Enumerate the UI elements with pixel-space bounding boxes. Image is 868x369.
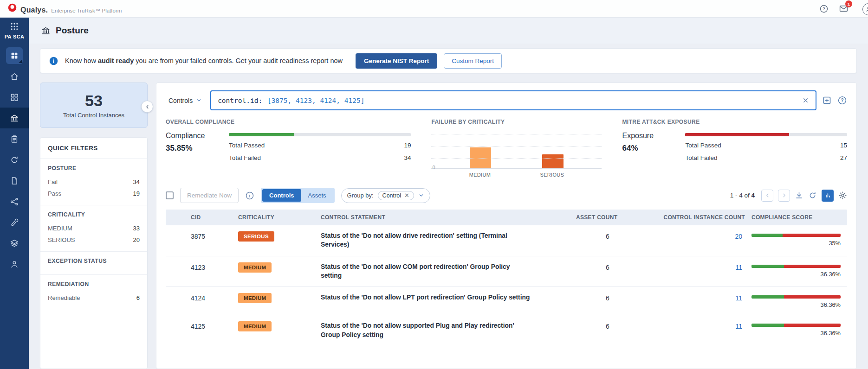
sidebar-item-policies[interactable] xyxy=(0,128,29,149)
settings-gear-icon[interactable] xyxy=(838,191,847,200)
group-by-value: Control xyxy=(382,192,401,199)
pagination-text: 1 - 4 of 4 xyxy=(730,192,755,199)
filter-item-pass[interactable]: Pass 19 xyxy=(48,188,140,199)
prev-page-button[interactable] xyxy=(761,190,773,202)
sidebar-item-home[interactable] xyxy=(0,66,29,87)
compliance-score-value: 36.36% xyxy=(751,330,841,337)
qualys-logo[interactable]: Qualys. Enterprise TruRisk™ Platform xyxy=(7,3,122,14)
select-all-checkbox[interactable] xyxy=(166,191,174,199)
axis-zero-label: 0 xyxy=(432,165,435,170)
filter-item-fail[interactable]: Fail 34 xyxy=(48,176,140,188)
sidebar-item-dashboard[interactable] xyxy=(0,87,29,108)
toggle-controls[interactable]: Controls xyxy=(262,189,301,202)
filter-section-title: EXCEPTION STATUS xyxy=(48,258,140,264)
notifications-mail-icon[interactable]: 1 xyxy=(839,4,849,13)
sidebar: PA SCA xyxy=(0,18,29,369)
sidebar-item-assets[interactable] xyxy=(0,233,29,254)
remediate-info-icon[interactable] xyxy=(245,191,254,200)
group-by-label: Group by: xyxy=(347,192,374,199)
criticality-badge: MEDIUM xyxy=(238,262,272,273)
sidebar-item-users[interactable] xyxy=(0,254,29,274)
remediate-now-button[interactable]: Remediate Now xyxy=(180,188,239,203)
failure-by-criticality-stat: FAILURE BY CRITICALITY 0 xyxy=(431,119,602,178)
brand-platform-label: Enterprise TruRisk™ Platform xyxy=(51,8,122,13)
mitre-passed-label: Total Passed xyxy=(685,142,721,149)
medium-bar-label: MEDIUM xyxy=(469,172,491,178)
table-row[interactable]: 4123 MEDIUM Status of the 'Do not allow … xyxy=(166,256,847,287)
col-compliance-score[interactable]: COMPLIANCE SCORE xyxy=(751,214,847,221)
svg-text:?: ? xyxy=(841,98,843,103)
notification-badge: 1 xyxy=(845,0,852,7)
collapse-panel-button[interactable] xyxy=(141,101,153,113)
sidebar-item-connections[interactable] xyxy=(0,191,29,212)
col-control-instance-count[interactable]: CONTROL INSTANCE COUNT xyxy=(646,214,751,221)
serious-bar[interactable] xyxy=(542,154,564,168)
filter-item-remediable[interactable]: Remediable 6 xyxy=(48,292,140,304)
custom-report-button[interactable]: Custom Report xyxy=(444,53,502,69)
compliance-label: Compliance xyxy=(166,132,216,140)
compliance-score-value: 36.36% xyxy=(751,271,841,278)
col-asset-count[interactable]: ASSET COUNT xyxy=(576,214,646,221)
filter-item-serious[interactable]: SERIOUS 20 xyxy=(48,234,140,246)
add-query-icon[interactable] xyxy=(822,95,832,105)
instance-count-link[interactable]: 11 xyxy=(646,321,751,330)
col-control-statement[interactable]: CONTROL STATEMENT xyxy=(321,214,576,221)
col-cid[interactable]: CID xyxy=(191,214,238,221)
col-criticality[interactable]: CRITICALITY xyxy=(238,214,321,221)
table-header-row: CID CRITICALITY CONTROL STATEMENT ASSET … xyxy=(166,210,847,225)
topbar: Qualys. Enterprise TruRisk™ Platform ? 1 xyxy=(0,0,868,18)
layers-icon xyxy=(10,239,19,248)
sidebar-item-reports[interactable] xyxy=(0,170,29,191)
group-by-control[interactable]: Group by: Control ✕ xyxy=(341,188,430,203)
table-toolbar: Remediate Now Controls Assets Group by: … xyxy=(166,180,847,210)
filter-item-medium[interactable]: MEDIUM 33 xyxy=(48,223,140,234)
compliance-score-cell: 35% xyxy=(751,231,847,247)
generate-nist-report-button[interactable]: Generate NIST Report xyxy=(356,53,437,69)
instance-count-link[interactable]: 11 xyxy=(646,293,751,302)
asset-count-value: 6 xyxy=(576,231,646,240)
compliance-score-cell: 36.36% xyxy=(751,321,847,337)
chart-view-icon[interactable] xyxy=(822,190,834,202)
network-icon xyxy=(10,197,19,206)
qualys-logo-icon xyxy=(7,3,17,13)
cid-value: 4125 xyxy=(191,321,238,330)
asset-count-value: 6 xyxy=(576,262,646,271)
filter-section-remediation: REMEDIATION Remediable 6 xyxy=(40,275,147,309)
search-input[interactable]: control.id: [3875, 4123, 4124, 4125] xyxy=(210,90,816,110)
help-icon[interactable]: ? xyxy=(819,4,829,13)
criticality-badge: MEDIUM xyxy=(238,321,272,331)
sidebar-item-compliance[interactable] xyxy=(0,149,29,170)
control-statement: Status of the 'Do not allow supported Pl… xyxy=(321,321,539,339)
sidebar-item-modules[interactable] xyxy=(0,45,29,66)
toggle-assets[interactable]: Assets xyxy=(301,189,333,202)
search-row: Controls control.id: [3875, 4123, 4124, … xyxy=(166,90,847,110)
module-label: PA SCA xyxy=(5,34,25,39)
search-help-icon[interactable]: ? xyxy=(837,95,847,105)
app-switcher-icon[interactable] xyxy=(10,18,19,33)
document-icon xyxy=(10,176,19,185)
asset-count-value: 6 xyxy=(576,321,646,330)
modules-icon xyxy=(6,47,23,64)
table-row[interactable]: 4125 MEDIUM Status of the 'Do not allow … xyxy=(166,315,847,346)
instance-count-link[interactable]: 20 xyxy=(646,231,751,240)
download-icon[interactable] xyxy=(795,191,803,200)
sidebar-item-posture[interactable] xyxy=(0,108,29,128)
mitre-passed-row: Total Passed 15 xyxy=(685,142,847,149)
mitre-exposure-title: MITRE ATT&CK EXPOSURE xyxy=(622,119,847,125)
asset-count-value: 6 xyxy=(576,293,646,302)
refresh-icon[interactable] xyxy=(808,191,817,200)
remove-group-icon[interactable]: ✕ xyxy=(404,192,409,198)
clear-search-icon[interactable] xyxy=(802,97,809,104)
instance-count-link[interactable]: 11 xyxy=(646,262,751,271)
mitre-exposure-stat: MITRE ATT&CK EXPOSURE Exposure 64% xyxy=(622,119,847,178)
mitre-passed-value: 15 xyxy=(840,142,847,149)
next-page-button[interactable] xyxy=(778,190,790,202)
table-row[interactable]: 4124 MEDIUM Status of the 'Do not allow … xyxy=(166,287,847,315)
user-avatar[interactable] xyxy=(862,3,868,15)
search-scope-dropdown[interactable]: Controls xyxy=(166,97,205,104)
compliance-value: 35.85% xyxy=(166,144,216,153)
sidebar-item-tools[interactable] xyxy=(0,212,29,233)
chevron-down-icon xyxy=(196,97,202,103)
table-row[interactable]: 3875 SERIOUS Status of the 'Do not allow… xyxy=(166,225,847,256)
sync-circle-icon xyxy=(10,155,19,165)
